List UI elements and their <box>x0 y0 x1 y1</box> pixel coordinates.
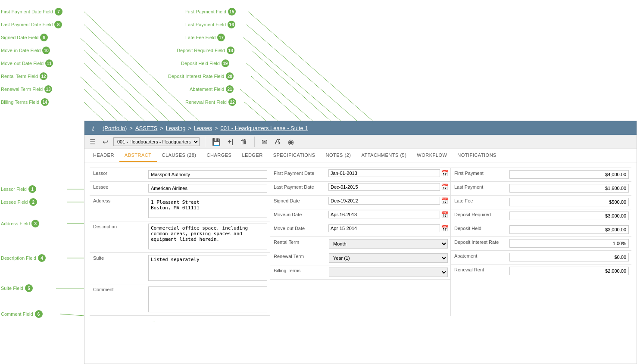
description-value: Commercial office space, including commo… <box>146 221 270 252</box>
row-suite: Suite Listed separately <box>90 253 270 284</box>
label-address: Address Field <box>1 221 30 226</box>
first-payment-input[interactable] <box>509 170 629 179</box>
annotation-lessee-field: Lessee Field 2 <box>1 198 37 206</box>
row-billing-terms: Billing Terms <box>270 265 450 280</box>
calendar-icon-3[interactable]: 📅 <box>441 197 448 204</box>
signed-date-input[interactable] <box>328 197 440 205</box>
breadcrumb-bar: i (Portfolio) > ASSETS > Leasing > Lease… <box>84 121 637 135</box>
movein-date-input[interactable] <box>328 211 440 218</box>
tab-abstract[interactable]: ABSTRACT <box>119 149 157 162</box>
record-selector[interactable]: 001 - Headquarters - Headquarters L <box>113 137 200 146</box>
breadcrumb-leases: Leases <box>194 125 212 131</box>
breadcrumb-sep3: > <box>188 125 191 131</box>
rental-term-select[interactable]: Month Year <box>329 239 448 249</box>
abatement-input[interactable] <box>509 253 629 261</box>
lessee-value <box>146 182 270 195</box>
label-lp: Last Payment Field <box>185 22 226 27</box>
address-value: 1 Pleasant Street Boston, MA 011111 <box>146 196 270 221</box>
deposit-held-input[interactable] <box>509 225 629 234</box>
address-textarea[interactable]: 1 Pleasant Street Boston, MA 011111 <box>148 198 267 218</box>
lessee-input[interactable] <box>148 184 267 193</box>
annotation-lf-field: Late Fee Field 17 <box>185 34 225 41</box>
calendar-icon-1[interactable]: 📅 <box>441 170 448 177</box>
toolbar: ☰ ↩ 001 - Headquarters - Headquarters L … <box>84 135 637 149</box>
row-moveout-date: Move-out Date 📅 <box>270 223 450 237</box>
last-payment-label: Last Payment <box>451 182 507 192</box>
annotation-bt-field: Billing Terms Field 14 <box>1 98 49 106</box>
breadcrumb-portfolio[interactable]: (Portfolio) <box>103 125 127 131</box>
badge-9: 9 <box>40 34 48 41</box>
deposit-interest-rate-value <box>507 237 631 250</box>
last-payment-input[interactable] <box>509 184 629 193</box>
list-icon-btn[interactable]: ☰ <box>88 137 97 147</box>
deposit-required-value <box>507 209 631 222</box>
comment-textarea[interactable] <box>148 286 267 312</box>
toggle-button[interactable]: ◉ <box>286 137 296 147</box>
row-last-payment: Last Payment <box>451 182 631 196</box>
first-payment-label: First Payment <box>451 168 507 178</box>
badge-2: 2 <box>29 198 37 206</box>
row-deposit-required: Deposit Required <box>451 209 631 223</box>
app-window: i (Portfolio) > ASSETS > Leasing > Lease… <box>84 121 637 364</box>
lessor-value <box>146 168 270 181</box>
label-dr: Deposit Required Field <box>177 48 225 53</box>
tab-clauses[interactable]: CLAUSES (28) <box>157 149 202 162</box>
badge-15: 15 <box>228 8 236 16</box>
row-comment: Comment <box>90 284 270 316</box>
billing-terms-label: Billing Terms <box>270 265 326 276</box>
badge-12: 12 <box>40 72 47 80</box>
last-payment-date-input[interactable] <box>328 183 440 191</box>
lessor-input[interactable] <box>148 170 267 179</box>
delete-button[interactable]: 🗑 <box>239 137 249 146</box>
moveout-date-input[interactable] <box>328 224 440 232</box>
suite-textarea[interactable]: Listed separately <box>148 255 267 281</box>
annotation-dh-field: Deposit Held Field 19 <box>181 59 229 67</box>
annotation-dr-field: Deposit Required Field 18 <box>177 47 234 54</box>
tab-notes[interactable]: NOTES (2) <box>321 149 356 162</box>
tab-notifications[interactable]: NOTIFICATIONS <box>452 149 502 162</box>
label-lessee: Lessee Field <box>1 199 28 205</box>
label-dh: Deposit Held Field <box>181 61 220 66</box>
row-renewal-rent: Renewal Rent <box>451 264 631 278</box>
abatement-value <box>507 251 631 264</box>
renewal-term-select[interactable]: Year (1) Year (2) Month <box>329 253 448 263</box>
email-button[interactable]: ✉ <box>260 137 269 147</box>
label-lessor: Lessor Field <box>1 187 27 192</box>
calendar-icon-4[interactable]: 📅 <box>441 211 448 218</box>
tab-header[interactable]: HEADER <box>88 149 119 162</box>
badge-10: 10 <box>42 47 50 54</box>
badge-7: 7 <box>55 8 62 16</box>
calendar-icon-5[interactable]: 📅 <box>441 225 448 232</box>
badge-4: 4 <box>38 254 46 262</box>
annotation-sd-field: Signed Date Field 9 <box>1 34 48 41</box>
add-button[interactable]: +| <box>226 137 235 146</box>
annotation-description-field: Description Field 4 <box>1 254 46 262</box>
info-icon[interactable]: i <box>89 124 97 132</box>
tab-bar: HEADER ABSTRACT CLAUSES (28) CHARGES LED… <box>84 149 637 162</box>
tab-ledger[interactable]: LEDGER <box>237 149 268 162</box>
late-fee-input[interactable] <box>509 198 629 206</box>
badge-8: 8 <box>54 21 62 28</box>
form-col-2: First Payment Date 📅 Last Payment Date 📅 <box>270 168 451 316</box>
history-icon-btn[interactable]: ↩ <box>101 137 110 147</box>
badge-14: 14 <box>41 98 49 106</box>
calendar-icon-2[interactable]: 📅 <box>441 184 448 190</box>
moveout-date-wrapper: 📅 <box>326 223 450 233</box>
first-payment-date-input[interactable] <box>328 169 440 177</box>
breadcrumb-sep2: > <box>160 125 163 131</box>
tab-specifications[interactable]: SPECIFICATIONS <box>268 149 321 162</box>
renewal-rent-input[interactable] <box>509 267 629 275</box>
badge-13: 13 <box>44 85 52 93</box>
tab-workflow[interactable]: WORKFLOW <box>412 149 452 162</box>
print-button[interactable]: 🖨 <box>272 137 283 146</box>
billing-terms-select[interactable] <box>329 268 448 277</box>
save-button[interactable]: 💾 <box>210 137 222 147</box>
tab-charges[interactable]: CHARGES <box>202 149 237 162</box>
deposit-interest-rate-input[interactable] <box>509 239 629 248</box>
tab-attachments[interactable]: ATTACHMENTS (5) <box>356 149 412 162</box>
badge-11: 11 <box>45 59 53 67</box>
breadcrumb-record: 001 - Headquarters Lease - Suite 1 <box>221 125 308 131</box>
description-textarea[interactable]: Commercial office space, including commo… <box>148 224 267 249</box>
deposit-required-input[interactable] <box>509 212 629 220</box>
first-payment-date-wrapper: 📅 <box>326 168 450 178</box>
